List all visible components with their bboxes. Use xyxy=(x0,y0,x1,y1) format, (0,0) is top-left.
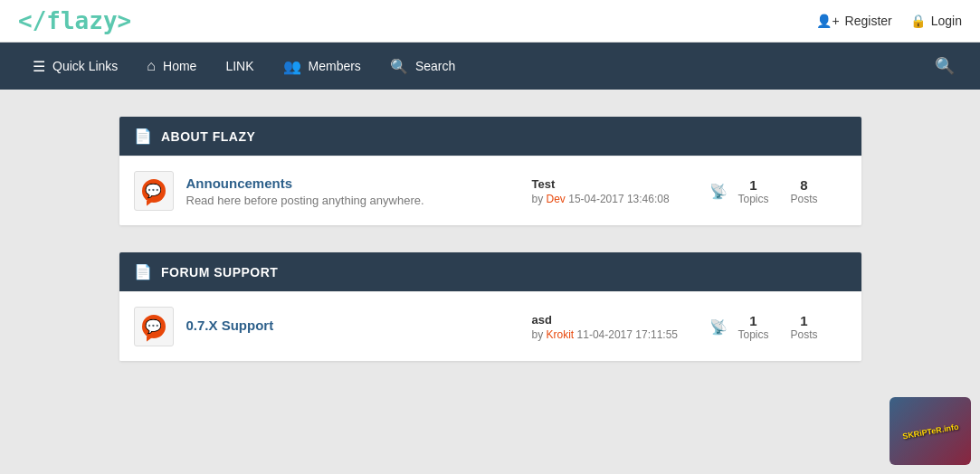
section-doc-icon: 📄 xyxy=(134,128,153,145)
topics-label-announcements: Topics xyxy=(738,193,769,205)
section-forum-support-header: 📄 FORUM SUPPORT xyxy=(119,252,861,291)
stat-topics-announcements: 1 Topics xyxy=(738,177,769,205)
last-post-user-announcements[interactable]: Dev xyxy=(547,193,566,205)
main-navbar: ☰ Quick Links ⌂ Home LINK 👥 Members 🔍 Se… xyxy=(0,43,980,90)
navbar-items: ☰ Quick Links ⌂ Home LINK 👥 Members 🔍 Se… xyxy=(18,43,928,90)
search-nav-icon: 🔍 xyxy=(390,58,408,75)
posts-count-announcements: 8 xyxy=(800,177,807,193)
last-post-date-announcements: 15-04-2017 13:46:08 xyxy=(568,193,669,205)
register-link[interactable]: 👤+ Register xyxy=(816,14,891,28)
section-doc-icon-2: 📄 xyxy=(134,263,153,280)
topics-count-announcements: 1 xyxy=(749,177,756,193)
topics-label-07x: Topics xyxy=(738,328,769,341)
forum-info-07x: 0.7.X Support xyxy=(186,318,518,336)
section-about-flazy-header: 📄 ABOUT FLAZY xyxy=(119,117,861,156)
forum-info-announcements: Announcements Read here before posting a… xyxy=(186,175,518,207)
last-post-by-label-07x: by xyxy=(532,328,544,341)
top-header: </flazy> 👤+ Register 🔒 Login xyxy=(0,0,980,43)
forum-icon-announcements: 💬 xyxy=(134,171,174,211)
bubble-chat-icon: 💬 xyxy=(142,179,166,203)
forum-stats-announcements: 1 Topics 8 Posts xyxy=(738,177,847,205)
forum-desc-announcements: Read here before posting anything anywhe… xyxy=(186,194,518,207)
last-post-by-label: by xyxy=(532,193,544,205)
last-post-title-07x: asd xyxy=(532,313,684,327)
nav-home-label: Home xyxy=(163,59,196,73)
navbar-search-right-button[interactable]: 🔍 xyxy=(928,56,962,76)
nav-members-label: Members xyxy=(309,59,361,73)
login-icon: 🔒 xyxy=(910,14,926,28)
topics-count-07x: 1 xyxy=(749,313,756,328)
nav-link[interactable]: LINK xyxy=(211,43,268,90)
nav-search[interactable]: 🔍 Search xyxy=(376,43,470,90)
stat-topics-07x: 1 Topics xyxy=(738,313,769,341)
section-about-flazy: 📄 ABOUT FLAZY 💬 Announcements Read here … xyxy=(119,117,861,225)
stat-posts-announcements: 8 Posts xyxy=(791,177,818,205)
login-label: Login xyxy=(931,14,962,28)
forum-name-announcements[interactable]: Announcements xyxy=(186,175,293,191)
forum-icon-07x: 💬 xyxy=(134,307,174,346)
nav-members[interactable]: 👥 Members xyxy=(269,43,376,90)
stat-posts-07x: 1 Posts xyxy=(791,313,818,341)
site-logo[interactable]: </flazy> xyxy=(18,7,131,34)
forum-stats-07x: 1 Topics 1 Posts xyxy=(738,313,847,341)
home-icon: ⌂ xyxy=(147,58,156,74)
bubble-chat-icon-2: 💬 xyxy=(142,315,166,338)
nav-search-label: Search xyxy=(415,59,455,73)
posts-label-07x: Posts xyxy=(791,328,818,341)
feed-icon-07x[interactable]: 📡 xyxy=(709,318,728,336)
header-right-actions: 👤+ Register 🔒 Login xyxy=(816,14,962,28)
posts-label-announcements: Posts xyxy=(791,193,818,205)
forum-row-announcements: 💬 Announcements Read here before posting… xyxy=(119,156,861,225)
last-post-meta-07x: by Krokit 11-04-2017 17:11:55 xyxy=(532,328,684,341)
main-content: 📄 ABOUT FLAZY 💬 Announcements Read here … xyxy=(101,117,880,361)
feed-icon-announcements[interactable]: 📡 xyxy=(709,183,728,200)
last-post-title-announcements: Test xyxy=(532,177,684,191)
forum-last-post-07x: asd by Krokit 11-04-2017 17:11:55 xyxy=(518,313,699,341)
last-post-date-07x: 11-04-2017 17:11:55 xyxy=(577,328,678,341)
register-label: Register xyxy=(845,14,892,28)
last-post-meta-announcements: by Dev 15-04-2017 13:46:08 xyxy=(532,193,684,205)
section-forum-support-title: FORUM SUPPORT xyxy=(161,265,278,280)
last-post-user-07x[interactable]: Krokit xyxy=(547,328,575,341)
login-link[interactable]: 🔒 Login xyxy=(910,14,962,28)
hamburger-icon: ☰ xyxy=(33,58,45,75)
nav-link-label: LINK xyxy=(225,59,253,73)
members-icon: 👥 xyxy=(283,58,301,75)
section-about-flazy-title: ABOUT FLAZY xyxy=(161,129,255,144)
nav-quick-links[interactable]: ☰ Quick Links xyxy=(18,43,132,90)
section-forum-support: 📄 FORUM SUPPORT 💬 0.7.X Support asd by K… xyxy=(119,252,861,361)
forum-name-07x[interactable]: 0.7.X Support xyxy=(186,318,274,333)
nav-quick-links-label: Quick Links xyxy=(52,59,118,73)
nav-home[interactable]: ⌂ Home xyxy=(132,43,211,90)
posts-count-07x: 1 xyxy=(800,313,807,328)
forum-row-07x: 💬 0.7.X Support asd by Krokit 11-04-2017… xyxy=(119,291,861,361)
forum-last-post-announcements: Test by Dev 15-04-2017 13:46:08 xyxy=(518,177,699,205)
register-icon: 👤+ xyxy=(816,14,839,28)
